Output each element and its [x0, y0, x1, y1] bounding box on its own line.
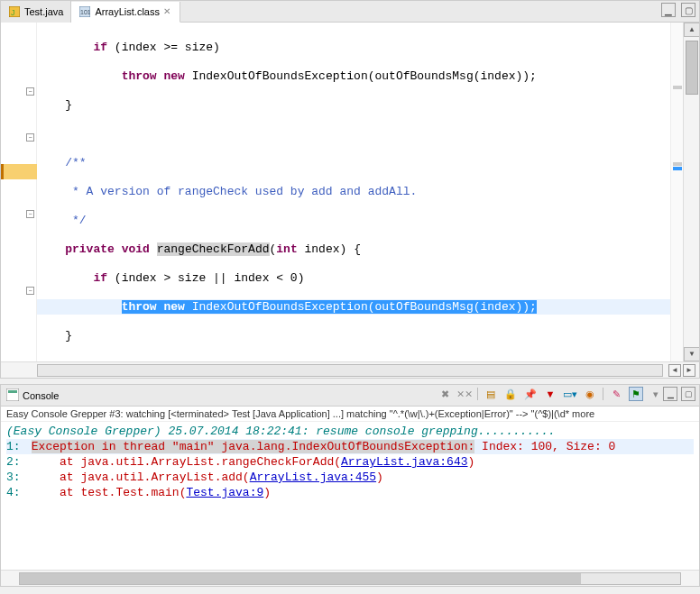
edit-icon[interactable]: ✎	[609, 387, 623, 401]
tab-arraylist-class[interactable]: 101 ArrayList.class ✕	[71, 2, 180, 23]
console-line[interactable]: 2: at java.util.ArrayList.rangeCheckForA…	[6, 454, 694, 470]
settings-icon[interactable]: ▾	[649, 387, 663, 401]
tab-label: Test.java	[24, 6, 63, 17]
pin-console-icon[interactable]: 📌	[523, 387, 538, 401]
console-toolbar: ✖ ⨯⨯ ▤ 🔒 📌 ▼ ▭▾ ◉ ✎ ⚑ ▾	[438, 387, 663, 401]
console-status: Easy Console Grepper #3: watching [<term…	[1, 407, 699, 422]
filter-icon[interactable]: ▼	[543, 387, 557, 401]
console-horizontal-scrollbar[interactable]	[1, 570, 699, 586]
console-line[interactable]: 3: at java.util.ArrayList.add(ArrayList.…	[6, 470, 694, 485]
remove-launch-icon[interactable]: ✖	[438, 387, 452, 401]
svg-rect-5	[8, 390, 17, 393]
tab-test-java[interactable]: J Test.java	[1, 1, 71, 23]
scroll-up-icon[interactable]: ▲	[684, 23, 699, 37]
next-annotation-icon[interactable]: ►	[683, 364, 695, 377]
editor-pane: J Test.java 101 ArrayList.class ✕ ▁ ▢ − …	[0, 0, 700, 379]
prev-annotation-icon[interactable]: ◄	[668, 364, 681, 377]
console-icon	[6, 388, 19, 403]
editor-tabbar: J Test.java 101 ArrayList.class ✕ ▁ ▢	[1, 1, 699, 23]
class-file-icon: 101	[78, 5, 91, 18]
stacktrace-link[interactable]: Test.java:9	[186, 486, 263, 499]
fold-toggle[interactable]: −	[26, 287, 34, 295]
fold-toggle[interactable]: −	[26, 133, 34, 142]
console-body[interactable]: (Easy Console Grepper) 25.07.2014 18:22:…	[1, 422, 699, 570]
close-icon[interactable]: ✕	[163, 7, 172, 16]
maximize-icon[interactable]: ▢	[681, 387, 695, 401]
java-file-icon: J	[8, 5, 21, 18]
open-console-icon[interactable]: ◉	[583, 387, 597, 401]
svg-text:J: J	[11, 8, 15, 17]
display-console-icon[interactable]: ▭▾	[563, 387, 577, 401]
current-line-marker	[1, 164, 37, 179]
overview-ruler[interactable]	[670, 23, 683, 361]
console-pane: Console ✖ ⨯⨯ ▤ 🔒 📌 ▼ ▭▾ ◉ ✎ ⚑ ▾ ▁ ▢ Easy…	[0, 384, 700, 587]
code-content[interactable]: if (index >= size) throw new IndexOutOfB…	[37, 23, 670, 361]
horizontal-scrollbar[interactable]: ◄ ►	[1, 361, 699, 378]
console-titlebar: Console ✖ ⨯⨯ ▤ 🔒 📌 ▼ ▭▾ ◉ ✎ ⚑ ▾ ▁ ▢	[1, 385, 699, 407]
gutter[interactable]: − − − −	[1, 23, 37, 361]
console-line[interactable]: 1: Exception in thread "main" java.lang.…	[6, 439, 694, 454]
minimize-icon[interactable]: ▁	[663, 387, 677, 401]
scroll-down-icon[interactable]: ▼	[684, 347, 699, 361]
fold-toggle[interactable]: −	[26, 210, 34, 218]
minimize-icon[interactable]: ▁	[661, 3, 676, 17]
stacktrace-link[interactable]: ArrayList.java:643	[341, 455, 467, 469]
scroll-lock-icon[interactable]: 🔒	[503, 387, 518, 401]
code-area: − − − − if (index >= size) throw new Ind…	[1, 23, 699, 361]
clear-console-icon[interactable]: ▤	[484, 387, 498, 401]
grep-toggle-icon[interactable]: ⚑	[629, 387, 643, 401]
console-line[interactable]: 4: at test.Test.main(Test.java:9)	[6, 485, 694, 500]
maximize-icon[interactable]: ▢	[681, 3, 695, 17]
console-header-line: (Easy Console Grepper) 25.07.2014 18:22:…	[6, 424, 694, 439]
remove-all-icon[interactable]: ⨯⨯	[457, 387, 472, 401]
stacktrace-link[interactable]: ArrayList.java:455	[250, 471, 376, 484]
vertical-scrollbar[interactable]: ▲ ▼	[683, 23, 699, 361]
fold-toggle[interactable]: −	[26, 87, 34, 96]
console-title: Console	[23, 390, 59, 401]
svg-text:101: 101	[80, 9, 90, 15]
scrollbar-thumb[interactable]	[686, 41, 698, 95]
tab-label: ArrayList.class	[95, 6, 160, 17]
